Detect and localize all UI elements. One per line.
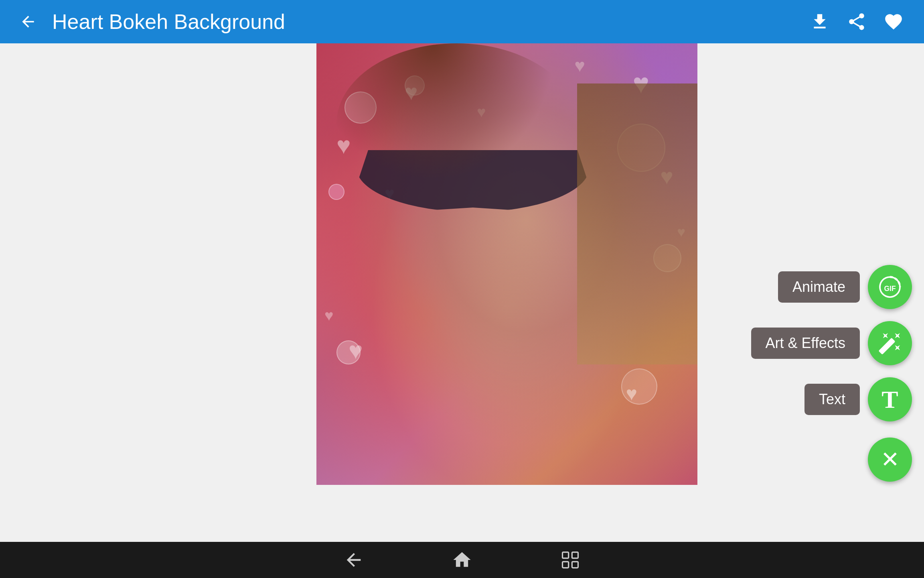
svg-rect-4 — [563, 562, 569, 568]
fab-menu: Animate GIF Art & Effects Text — [751, 265, 912, 482]
art-effects-fab-button[interactable] — [868, 321, 912, 365]
svg-rect-5 — [572, 562, 578, 568]
animate-label[interactable]: Animate — [778, 271, 860, 303]
animate-fab-row: Animate GIF — [778, 265, 912, 309]
text-label[interactable]: Text — [804, 384, 860, 415]
photo-image: ♥ ♥ ♥ ♥ ♥ ♥ ♥ ♥ ♥ ♥ ♥ — [316, 43, 697, 485]
svg-text:GIF: GIF — [884, 285, 896, 293]
svg-rect-3 — [572, 552, 578, 558]
close-fab-button[interactable]: ✕ — [868, 438, 912, 482]
text-fab-row: Text T — [804, 377, 912, 421]
hair-side-overlay — [577, 83, 697, 364]
text-fab-button[interactable]: T — [868, 377, 912, 421]
animate-fab-button[interactable]: GIF — [868, 265, 912, 309]
download-button[interactable] — [805, 7, 834, 36]
nav-home-icon — [452, 550, 472, 570]
svg-rect-2 — [563, 552, 569, 558]
main-content: ♥ ♥ ♥ ♥ ♥ ♥ ♥ ♥ ♥ ♥ ♥ Animate GIF — [0, 43, 924, 542]
text-t-icon: T — [881, 385, 898, 414]
top-bar: Heart Bokeh Background — [0, 0, 924, 43]
favorite-button[interactable] — [879, 7, 908, 36]
art-effects-fab-row: Art & Effects — [751, 321, 912, 365]
back-button[interactable] — [16, 10, 40, 34]
page-title: Heart Bokeh Background — [52, 10, 797, 34]
gif-icon: GIF — [878, 275, 902, 299]
hair-overlay — [336, 43, 577, 204]
art-effects-label[interactable]: Art & Effects — [751, 328, 860, 359]
close-icon: ✕ — [881, 448, 900, 471]
nav-recents-icon — [560, 550, 581, 570]
nav-back-button[interactable] — [340, 546, 368, 574]
bottom-navigation-bar — [0, 542, 924, 578]
magic-wand-icon — [878, 331, 902, 355]
share-button[interactable] — [842, 7, 871, 36]
nav-back-icon — [343, 550, 364, 570]
nav-home-button[interactable] — [448, 546, 476, 574]
nav-recents-button[interactable] — [556, 546, 584, 574]
